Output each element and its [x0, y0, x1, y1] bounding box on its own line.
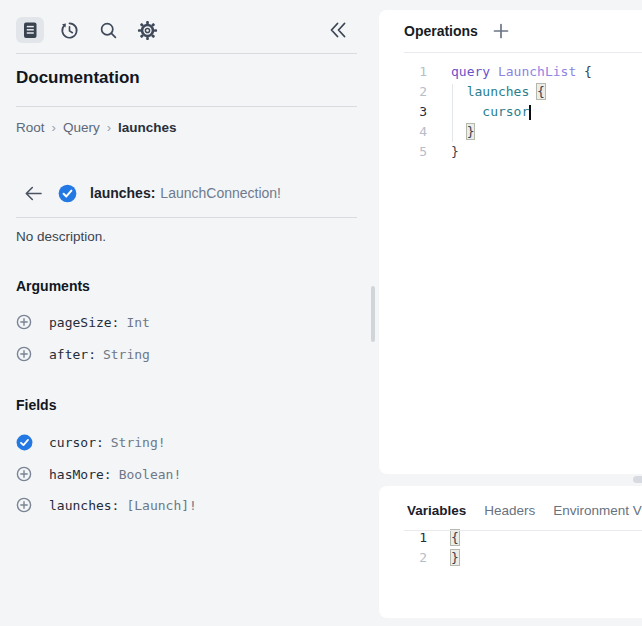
tab-headers[interactable]: Headers [484, 503, 535, 518]
search-button[interactable] [94, 17, 122, 43]
code-line[interactable]: 3 cursor [379, 102, 642, 122]
line-code: query LaunchList { [427, 62, 592, 82]
argument-row-after[interactable]: after: String [16, 343, 150, 365]
breadcrumb-item-query[interactable]: Query [63, 120, 100, 135]
panel-drag-handle[interactable] [633, 476, 642, 483]
settings-icon [137, 20, 158, 41]
code-token: } [451, 144, 459, 159]
field-name: cursor: [49, 435, 104, 450]
line-code: } [427, 122, 474, 142]
field-row-hasmore[interactable]: hasMore: Boolean! [16, 463, 181, 485]
add-operation-button[interactable] [493, 23, 509, 39]
code-line[interactable]: 4 } [379, 122, 642, 142]
code-line[interactable]: 2 launches { [379, 82, 642, 102]
bottom-panel-tabs: Variables Headers Environment V [379, 486, 642, 518]
plus-icon [493, 23, 509, 39]
divider [16, 53, 357, 54]
line-code: { [427, 528, 459, 548]
code-token: { [537, 84, 545, 99]
code-token: launches [467, 84, 530, 99]
search-icon [98, 20, 119, 41]
line-number: 1 [379, 528, 427, 548]
breadcrumb-item-launches: launches [118, 120, 177, 135]
back-button[interactable] [24, 185, 44, 201]
tab-environment-variables[interactable]: Environment V [553, 503, 642, 518]
description-text: No description. [16, 229, 106, 244]
line-code: } [427, 142, 459, 162]
code-token [451, 124, 467, 139]
plus-circle-icon[interactable] [16, 497, 33, 513]
divider [404, 52, 642, 53]
line-number: 2 [379, 548, 427, 568]
field-row-launches[interactable]: launches: [Launch]! [16, 494, 197, 516]
code-token: cursor [482, 104, 529, 119]
code-token [451, 84, 467, 99]
documentation-icon [20, 20, 40, 40]
fields-heading: Fields [16, 397, 56, 413]
line-number: 5 [379, 142, 427, 162]
code-token: } [451, 550, 459, 565]
variables-editor[interactable]: 1{2} [379, 518, 642, 568]
code-line[interactable]: 1query LaunchList { [379, 62, 642, 82]
check-circle-icon[interactable] [16, 434, 33, 451]
code-token: { [584, 64, 592, 79]
field-name: launches: [49, 498, 119, 513]
documentation-tab-button[interactable] [16, 17, 44, 43]
sidebar-scrollbar[interactable] [371, 286, 375, 342]
line-number: 2 [379, 82, 427, 102]
collapse-sidebar-button[interactable] [328, 20, 350, 40]
check-circle-icon [58, 184, 77, 203]
field-title-name: launches: [90, 185, 155, 201]
sidebar-toolbar [16, 16, 161, 44]
settings-button[interactable] [133, 17, 161, 43]
argument-name: pageSize: [49, 315, 119, 330]
divider [16, 106, 357, 107]
code-token [451, 104, 482, 119]
breadcrumb-separator: › [107, 120, 111, 135]
code-token [490, 64, 498, 79]
documentation-sidebar: Documentation Root › Query › launches la… [0, 0, 380, 626]
field-type[interactable]: Boolean! [119, 467, 182, 482]
field-type[interactable]: String! [111, 435, 166, 450]
line-code: cursor [427, 102, 531, 122]
code-token [576, 64, 584, 79]
breadcrumb-item-root[interactable]: Root [16, 120, 45, 135]
history-button[interactable] [55, 17, 83, 43]
argument-type[interactable]: String [103, 347, 150, 362]
line-number: 1 [379, 62, 427, 82]
tab-variables[interactable]: Variables [407, 503, 466, 518]
code-line[interactable]: 5} [379, 142, 642, 162]
page-title: Documentation [16, 68, 140, 88]
field-type[interactable]: [Launch]! [126, 498, 196, 513]
code-line[interactable]: 2} [379, 548, 642, 568]
line-number: 3 [379, 102, 427, 122]
code-line[interactable]: 1{ [379, 528, 642, 548]
plus-circle-icon[interactable] [16, 466, 33, 482]
argument-row-pagesize[interactable]: pageSize: Int [16, 311, 150, 333]
history-icon [59, 20, 80, 41]
code-token: query [451, 64, 490, 79]
text-caret [529, 105, 531, 120]
variables-panel: Variables Headers Environment V 1{2} [379, 486, 642, 618]
argument-type[interactable]: Int [126, 315, 149, 330]
divider [16, 217, 357, 218]
code-token: } [467, 124, 475, 139]
arguments-heading: Arguments [16, 278, 90, 294]
breadcrumb-separator: › [52, 120, 56, 135]
indent-guide [452, 84, 453, 142]
operations-editor[interactable]: 1query LaunchList {2 launches {3 cursor4… [379, 52, 642, 162]
chevrons-left-icon [328, 21, 350, 39]
plus-circle-icon[interactable] [16, 346, 33, 362]
line-code: launches { [427, 82, 545, 102]
field-title-type[interactable]: LaunchConnection! [160, 185, 281, 201]
line-code: } [427, 548, 459, 568]
field-row-cursor[interactable]: cursor: String! [16, 431, 166, 453]
operations-title: Operations [404, 23, 478, 39]
argument-name: after: [49, 347, 96, 362]
operations-panel: Operations 1query LaunchList {2 launches… [379, 10, 642, 474]
field-header: launches: LaunchConnection! [24, 181, 281, 205]
plus-circle-icon[interactable] [16, 314, 33, 330]
operations-header: Operations [379, 10, 642, 52]
code-token: LaunchList [498, 64, 576, 79]
divider [404, 530, 642, 531]
